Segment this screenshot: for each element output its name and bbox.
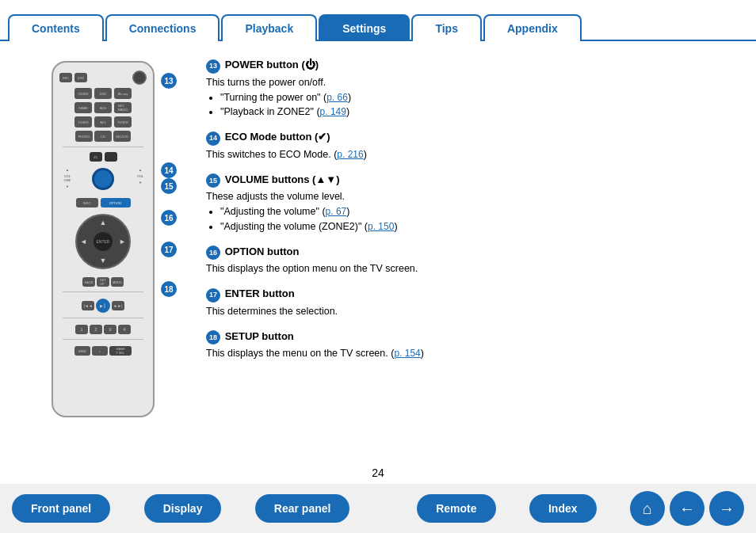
- callout-16: 16: [161, 210, 177, 226]
- link-p67[interactable]: p. 67: [326, 206, 347, 217]
- section-15: 15 VOLUME buttons (▲▼) These adjusts the…: [206, 172, 724, 234]
- dpad-visual: ▲ ▼ ◄ ► ENTER: [75, 214, 131, 269]
- callout-15: 15: [161, 178, 177, 194]
- back-icon-button[interactable]: ←: [670, 491, 704, 526]
- link-p216[interactable]: p. 216: [337, 149, 363, 160]
- tab-connections[interactable]: Connections: [105, 14, 220, 41]
- section-18: 18 SETUP button This displays the menu o…: [206, 329, 724, 362]
- num-18: 18: [206, 330, 220, 345]
- num-13: 13: [206, 59, 220, 74]
- page-number: 24: [372, 466, 384, 479]
- index-button[interactable]: Index: [529, 494, 597, 523]
- bottom-navigation: Front panel Display Rear panel Remote In…: [0, 484, 756, 533]
- eco-btn-visual: [92, 168, 114, 190]
- link-p66[interactable]: p. 66: [326, 92, 348, 103]
- num-14: 14: [206, 131, 220, 146]
- link-p154[interactable]: p. 154: [394, 348, 420, 359]
- callout-14: 14: [161, 162, 177, 178]
- rear-panel-button[interactable]: Rear panel: [255, 494, 350, 523]
- callout-17: 17: [161, 242, 177, 257]
- section-13: 13 POWER button (⏻) This turns the power…: [206, 57, 724, 120]
- descriptions: 13 POWER button (⏻) This turns the power…: [190, 53, 740, 473]
- link-p150[interactable]: p. 150: [368, 221, 394, 232]
- link-p149[interactable]: p. 149: [320, 106, 346, 117]
- home-icon-button[interactable]: ⌂: [630, 491, 665, 526]
- tab-playback[interactable]: Playback: [221, 14, 317, 41]
- num-15: 15: [206, 173, 220, 188]
- main-content: SRC DVD CD/MD DVD Blu-ray GAME AUX NETRA…: [0, 41, 756, 485]
- remote-button[interactable]: Remote: [417, 494, 495, 523]
- tab-tips[interactable]: Tips: [411, 14, 482, 41]
- num-17: 17: [206, 288, 220, 303]
- power-btn-visual: [132, 70, 147, 85]
- bottom-icon-group: ⌂ ← →: [630, 491, 744, 526]
- tab-appendix[interactable]: Appendix: [483, 14, 582, 41]
- section-17: 17 ENTER button This determines the sele…: [206, 286, 724, 319]
- top-navigation: Contents Connections Playback Settings T…: [0, 0, 756, 41]
- remote-illustration: SRC DVD CD/MD DVD Blu-ray GAME AUX NETRA…: [16, 53, 190, 473]
- callout-18: 18: [161, 281, 177, 297]
- callout-13: 13: [161, 73, 177, 89]
- tab-settings[interactable]: Settings: [319, 14, 410, 41]
- forward-icon-button[interactable]: →: [709, 491, 744, 526]
- section-16: 16 OPTION button This displays the optio…: [206, 244, 724, 277]
- section-14: 14 ECO Mode button (✔) This switches to …: [206, 129, 724, 162]
- num-16: 16: [206, 246, 220, 260]
- display-button[interactable]: Display: [144, 494, 222, 523]
- remote-body: SRC DVD CD/MD DVD Blu-ray GAME AUX NETRA…: [52, 61, 155, 417]
- front-panel-button[interactable]: Front panel: [12, 494, 110, 523]
- tab-contents[interactable]: Contents: [8, 14, 104, 41]
